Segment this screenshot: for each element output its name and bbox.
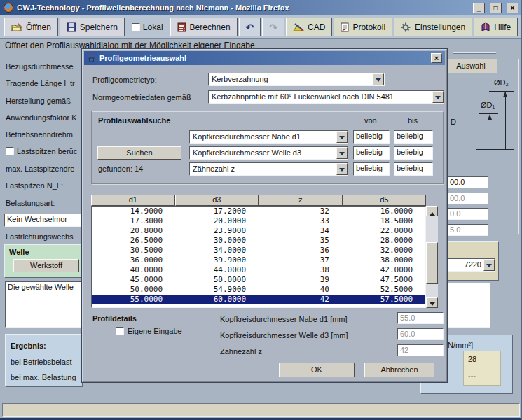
close-button[interactable]: × xyxy=(507,3,518,13)
table-cell: 42.0000 xyxy=(342,265,425,275)
lokal-checkbox-group[interactable]: Lokal xyxy=(132,22,163,32)
table-cell: 17.2000 xyxy=(175,206,259,216)
label-lastspitzen-nl: Lastspitzen N_L: xyxy=(6,181,83,190)
label-betriebsnenndrehmoment: Betriebsnenndrehm xyxy=(6,130,83,139)
belastungsart-select[interactable]: Kein Wechselmor xyxy=(4,214,83,227)
column-header-d5[interactable]: d5 xyxy=(343,195,427,206)
detail-label-nabe-d1: Kopfkreisdurchmesser Nabe d1 [mm] xyxy=(220,315,348,323)
table-row[interactable]: 30.500034.00003632.0000 xyxy=(92,246,425,255)
table-row[interactable]: 17.300020.00003318.5000 xyxy=(92,216,425,226)
settings-button-label: Einstellungen xyxy=(415,22,465,32)
search-criterion-2-arrow-icon[interactable] xyxy=(336,147,348,159)
scrollbar-thumb[interactable] xyxy=(426,242,438,284)
cad-button[interactable]: CAD xyxy=(286,18,332,36)
dialog-title: Profilgeometrieauswahl xyxy=(99,54,427,62)
search-criterion-2-von-input[interactable]: beliebig xyxy=(353,146,390,160)
scrollbar-up-arrow-icon[interactable] xyxy=(426,206,438,216)
column-header-d3[interactable]: d3 xyxy=(175,195,259,206)
minimize-button[interactable]: _ xyxy=(473,3,485,13)
normgeometrie-dropdown[interactable]: Kerbzahnprofile mit 60° Lückenwinkel nac… xyxy=(208,90,444,104)
diagram-d2-tick xyxy=(489,91,514,92)
table-cell: 32 xyxy=(259,206,342,216)
result-table-body: 14.900017.20003216.000017.300020.0000331… xyxy=(91,206,426,308)
table-cell: 50.0000 xyxy=(175,275,259,285)
table-cell: 42 xyxy=(259,295,342,304)
diagram-d2-label: ØD₂ xyxy=(494,78,509,87)
table-row[interactable]: 55.000060.00004257.5000 xyxy=(92,295,425,304)
open-button-label: Öffnen xyxy=(26,22,51,32)
material-dropdown-arrow-icon[interactable] xyxy=(483,259,495,271)
label-tragende-laenge: Tragende Länge l_tr xyxy=(6,79,83,88)
table-cell: 17.3000 xyxy=(92,216,175,226)
open-folder-icon xyxy=(11,22,22,32)
help-book-icon xyxy=(481,22,490,32)
search-criterion-3-von-input[interactable]: beliebig xyxy=(353,162,390,176)
detail-value-welle-d3[interactable]: 60.0 xyxy=(397,328,444,340)
profilgeometrieauswahl-dialog: Profilgeometrieauswahl × Profilgeometrie… xyxy=(82,49,447,382)
table-row[interactable]: 50.000054.90004052.5000 xyxy=(92,285,425,295)
search-criterion-1-arrow-icon[interactable] xyxy=(336,131,348,143)
protocol-button-label: Protokoll xyxy=(352,22,385,32)
eigene-eingabe-checkbox[interactable] xyxy=(116,327,124,335)
help-button[interactable]: Hilfe xyxy=(474,18,518,36)
search-criterion-3-arrow-icon[interactable] xyxy=(336,163,348,175)
table-cell: 37 xyxy=(259,255,342,265)
table-cell: 20.0000 xyxy=(175,216,259,226)
eigene-eingabe-group[interactable]: Eigene Eingabe xyxy=(116,327,182,335)
result-value: 28 xyxy=(468,355,476,363)
search-criterion-1-dropdown[interactable]: Kopfkreisdurchmesser Nabe d1 xyxy=(189,130,348,144)
search-criterion-1-bis-input[interactable]: beliebig xyxy=(394,130,433,144)
search-criterion-1-von-input[interactable]: beliebig xyxy=(353,130,390,144)
profilgeometrietyp-arrow-icon[interactable] xyxy=(373,74,384,85)
table-cell: 45.0000 xyxy=(92,275,175,285)
ergebnis-panel: Ergebnis: bei Betriebsbelast bei max. Be… xyxy=(5,334,83,387)
auswahl-button[interactable]: Auswahl xyxy=(444,59,497,74)
ok-button[interactable]: OK xyxy=(279,363,355,377)
scrollbar-down-arrow-icon[interactable] xyxy=(426,298,438,308)
table-row[interactable]: 20.800023.90003422.0000 xyxy=(92,226,425,236)
table-row[interactable]: 36.000039.90003738.0000 xyxy=(92,255,425,265)
table-row[interactable]: 45.000050.00003947.5000 xyxy=(92,275,425,285)
profilgeometrietyp-dropdown[interactable]: Kerbverzahnung xyxy=(208,73,385,86)
document-icon xyxy=(341,22,349,32)
table-row[interactable]: 14.900017.20003216.0000 xyxy=(92,206,425,216)
column-header-z[interactable]: z xyxy=(259,195,343,206)
redo-button[interactable]: ↷ xyxy=(262,18,284,36)
label-lastrichtungswechsel: Lastrichtungswechs xyxy=(6,232,83,241)
lokal-checkbox[interactable] xyxy=(132,23,140,31)
diagram-d2-line xyxy=(505,92,506,149)
label-herstellung: Herstellung gemäß xyxy=(6,97,83,105)
werkstoff-button[interactable]: Werkstoff xyxy=(13,259,79,272)
table-row[interactable]: 26.500030.00003528.0000 xyxy=(92,236,425,246)
column-header-d1[interactable]: d1 xyxy=(91,195,175,206)
search-criterion-3-dropdown[interactable]: Zähnezahl z xyxy=(189,162,348,176)
settings-button[interactable]: Einstellungen xyxy=(394,18,472,36)
search-criterion-2-bis-input[interactable]: beliebig xyxy=(394,146,433,160)
maximize-button[interactable]: □ xyxy=(490,3,502,13)
undo-button[interactable]: ↶ xyxy=(239,18,261,36)
java-icon xyxy=(87,54,96,63)
von-column-label: von xyxy=(364,116,377,125)
lastspitzen-checkbox-group[interactable]: Lastspitzen berüc xyxy=(6,147,83,155)
lastspitzen-checkbox[interactable] xyxy=(6,147,14,155)
welle-note-textarea[interactable]: Die gewählte Welle xyxy=(5,281,83,328)
profilgeometrietyp-value: Kerbverzahnung xyxy=(209,74,373,85)
open-button[interactable]: Öffnen xyxy=(4,18,58,36)
save-button[interactable]: Speichern xyxy=(60,18,125,36)
table-scrollbar[interactable] xyxy=(426,206,438,308)
table-row[interactable]: 40.000044.00003842.0000 xyxy=(92,265,425,275)
search-criterion-2-dropdown[interactable]: Kopfkreisdurchmesser Welle d3 xyxy=(189,146,348,160)
table-cell: 55.0000 xyxy=(92,295,175,304)
dialog-close-button[interactable]: × xyxy=(431,53,442,63)
search-criterion-3-bis-input[interactable]: beliebig xyxy=(394,162,433,176)
abbrechen-button[interactable]: Abbrechen xyxy=(364,363,434,377)
background-divider-line xyxy=(453,52,496,53)
detail-value-zaehnezahl[interactable]: 42 xyxy=(397,344,444,356)
calculate-button[interactable]: Berechnen xyxy=(170,18,238,36)
normgeometrie-arrow-icon[interactable] xyxy=(432,91,444,103)
suchen-button[interactable]: Suchen xyxy=(97,146,181,160)
protocol-button[interactable]: Protokoll xyxy=(334,18,392,36)
background-groupbox-edge xyxy=(518,59,518,234)
gefunden-label: gefunden: 14 xyxy=(98,164,143,173)
detail-value-nabe-d1[interactable]: 55.0 xyxy=(397,312,444,324)
